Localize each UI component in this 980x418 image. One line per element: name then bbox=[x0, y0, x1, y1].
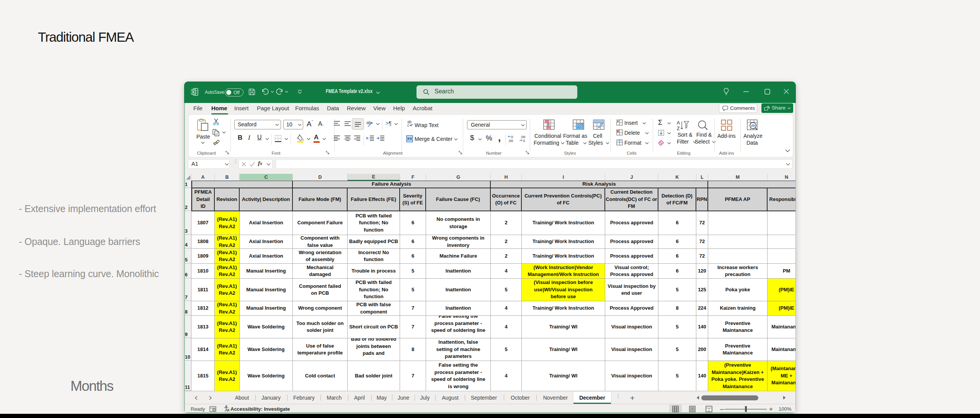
svg-text:A: A bbox=[677, 120, 680, 126]
svg-text:0: 0 bbox=[523, 139, 525, 143]
svg-text:Z: Z bbox=[677, 126, 679, 131]
svg-text:.00: .00 bbox=[508, 139, 513, 143]
svg-text:c: c bbox=[407, 123, 409, 127]
svg-text:X: X bbox=[192, 90, 194, 94]
